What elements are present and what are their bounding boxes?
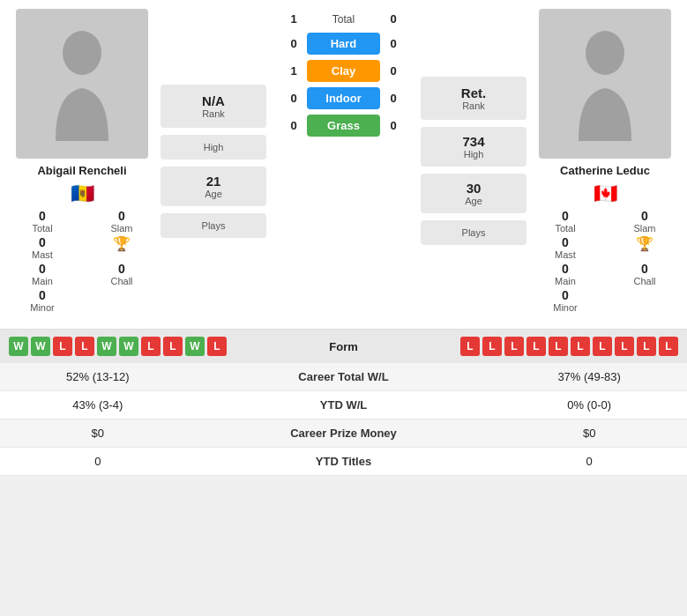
total-label: Total xyxy=(307,13,380,26)
player1-high-box: High xyxy=(161,135,266,160)
player1-total-cell: 0 Total xyxy=(7,209,78,234)
player1-middle-stats: N/A Rank High 21 Age Plays xyxy=(161,9,266,313)
form-badge: W xyxy=(31,337,50,356)
player2-total-label: Total xyxy=(555,223,575,234)
stats-label: Career Total W/L xyxy=(196,363,492,391)
player1-age-value: 21 xyxy=(169,174,258,189)
player1-age-label: Age xyxy=(169,189,258,199)
player1-card: Abigail Rencheli 🇲🇩 0 Total 0 Slam 0 Mas… xyxy=(7,9,157,313)
form-badge: W xyxy=(119,337,138,356)
player1-stats: 0 Total 0 Slam 0 Mast 🏆 0 Main xyxy=(7,209,157,313)
player1-slam-cell: 0 Slam xyxy=(86,209,157,234)
player1-chall-label: Chall xyxy=(110,276,132,286)
player2-mast-label: Mast xyxy=(555,249,576,260)
center-col: 1 Total 0 0 Hard 0 1 Clay 0 0 Indoor 0 xyxy=(270,9,417,313)
stats-right: 0% (0-0) xyxy=(491,391,687,419)
form-badge: L xyxy=(659,337,678,356)
indoor-p2: 0 xyxy=(380,92,407,105)
form-badge: L xyxy=(637,337,656,356)
grass-button[interactable]: Grass xyxy=(307,115,380,137)
player1-rank-box: N/A Rank xyxy=(161,85,266,128)
form-badge: L xyxy=(53,337,72,356)
form-badge: L xyxy=(75,337,94,356)
stats-left: 43% (3-4) xyxy=(0,391,196,419)
hard-p1: 0 xyxy=(280,37,307,50)
player2-chall-label: Chall xyxy=(633,276,655,286)
player1-slam: 0 xyxy=(118,209,125,223)
stats-label: Career Prize Money xyxy=(196,419,492,448)
player1-trophy-icon: 🏆 xyxy=(113,235,131,252)
total-score-p1: 1 xyxy=(280,12,307,26)
player1-chall-cell: 0 Chall xyxy=(86,262,157,286)
player2-high-label: High xyxy=(429,149,518,160)
player2-age-label: Age xyxy=(429,196,518,206)
stats-table: 52% (13-12) Career Total W/L 37% (49-83)… xyxy=(0,363,687,476)
form-badge: W xyxy=(185,337,205,356)
stats-label: YTD Titles xyxy=(196,448,492,476)
hard-row: 0 Hard 0 xyxy=(273,31,414,56)
player2-rank-box: Ret. Rank xyxy=(421,77,526,120)
form-badge: L xyxy=(571,337,590,356)
player1-flag: 🇲🇩 xyxy=(71,182,94,205)
player1-silhouette xyxy=(42,26,122,141)
player1-name: Abigail Rencheli xyxy=(37,164,126,177)
player2-silhouette xyxy=(565,26,645,141)
stats-label: YTD W/L xyxy=(196,391,492,419)
form-label: Form xyxy=(309,340,379,353)
player1-slam-label: Slam xyxy=(110,223,132,234)
player2-slam-label: Slam xyxy=(633,223,655,234)
indoor-row: 0 Indoor 0 xyxy=(273,85,414,111)
form-badge: L xyxy=(460,337,480,356)
player2-card: Catherine Leduc 🇨🇦 0 Total 0 Slam 0 Mast… xyxy=(530,9,680,313)
player2-mast: 0 xyxy=(562,235,569,249)
clay-button[interactable]: Clay xyxy=(307,60,380,82)
clay-p2: 0 xyxy=(380,64,407,78)
clay-p1: 1 xyxy=(280,64,307,78)
player1-high-label: High xyxy=(169,142,258,152)
player1-mast-cell: 0 Mast xyxy=(7,235,78,260)
stats-row: $0 Career Prize Money $0 xyxy=(0,419,687,448)
player1-main-label: Main xyxy=(32,276,53,286)
indoor-button[interactable]: Indoor xyxy=(307,87,380,109)
svg-point-1 xyxy=(586,31,624,75)
player2-name: Catherine Leduc xyxy=(560,164,650,177)
form-badge: L xyxy=(163,337,183,356)
player1-minor-label: Minor xyxy=(30,302,55,313)
player2-trophy-cell: 🏆 xyxy=(609,235,680,260)
player2-plays-box: Plays xyxy=(421,220,526,245)
player1-form-badges: WWLLWWLLWL xyxy=(9,337,227,356)
indoor-p1: 0 xyxy=(280,92,307,105)
player2-high-box: 734 High xyxy=(421,127,526,167)
form-badge: L xyxy=(482,337,502,356)
player2-flag: 🇨🇦 xyxy=(594,182,617,205)
form-badge: L xyxy=(504,337,524,356)
player2-age-value: 30 xyxy=(429,181,518,196)
form-badge: L xyxy=(615,337,634,356)
player2-main-label: Main xyxy=(555,276,576,286)
player1-rank-label: Rank xyxy=(178,108,249,119)
stats-row: 43% (3-4) YTD W/L 0% (0-0) xyxy=(0,391,687,419)
player2-stats: 0 Total 0 Slam 0 Mast 🏆 0 Main xyxy=(530,209,680,313)
player1-main-cell: 0 Main xyxy=(7,262,78,286)
player1-total-label: Total xyxy=(32,223,52,234)
total-score-p2: 0 xyxy=(380,12,407,26)
hard-p2: 0 xyxy=(380,37,407,50)
hard-button[interactable]: Hard xyxy=(307,33,380,55)
grass-p1: 0 xyxy=(280,119,307,132)
form-badge: L xyxy=(526,337,546,356)
player2-total-cell: 0 Total xyxy=(530,209,601,234)
player2-slam: 0 xyxy=(641,209,648,223)
stats-left: 0 xyxy=(0,448,196,476)
player1-mast: 0 xyxy=(39,235,46,249)
player2-plays-label: Plays xyxy=(429,227,518,238)
player1-minor: 0 xyxy=(39,288,46,302)
player2-trophy-icon: 🏆 xyxy=(636,235,653,252)
grass-row: 0 Grass 0 xyxy=(273,113,414,138)
player2-form-badges: LLLLLLLLLL xyxy=(460,337,678,356)
total-row: 1 Total 0 xyxy=(273,9,414,29)
top-section: Abigail Rencheli 🇲🇩 0 Total 0 Slam 0 Mas… xyxy=(0,0,687,322)
clay-row: 1 Clay 0 xyxy=(273,58,414,84)
stats-left: 52% (13-12) xyxy=(0,363,196,391)
player1-age-box: 21 Age xyxy=(161,167,266,206)
player2-main: 0 xyxy=(562,262,569,276)
